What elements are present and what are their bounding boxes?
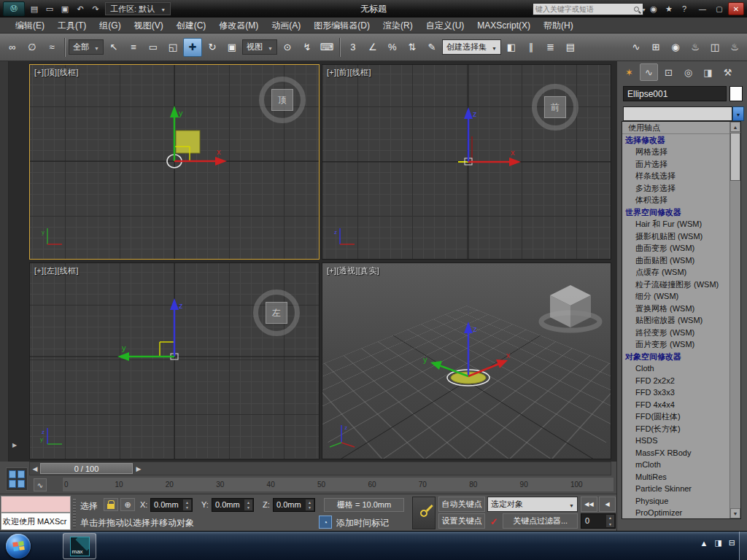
menu-item[interactable]: MAXScript(X): [471, 18, 537, 34]
angle-snap-icon[interactable]: ∠: [363, 38, 382, 57]
modifier-list-item[interactable]: 体积选择: [622, 194, 729, 206]
redo-icon[interactable]: ↷: [88, 2, 103, 15]
spinner-icon[interactable]: [244, 499, 252, 510]
modifier-list-item[interactable]: HSDS: [622, 435, 729, 447]
keyboard-shortcut-override-icon[interactable]: ⌨: [317, 38, 336, 57]
render-setup-icon[interactable]: ♨: [686, 38, 705, 57]
material-editor-icon[interactable]: ◉: [666, 38, 685, 57]
minimize-button[interactable]: —: [694, 2, 711, 15]
modifier-list-item[interactable]: 路径变形 (WSM): [622, 327, 729, 339]
menu-item[interactable]: 工具(T): [51, 18, 93, 34]
workspace-dropdown[interactable]: 工作区: 默认: [105, 2, 171, 15]
scroll-down-icon[interactable]: ▼: [730, 508, 740, 518]
open-file-icon[interactable]: ▭: [42, 2, 57, 15]
y-coordinate-field[interactable]: 0.0mm: [212, 498, 254, 512]
application-menu-button[interactable]: Ⓜ: [3, 1, 25, 16]
select-and-link-icon[interactable]: ∞: [3, 38, 22, 57]
curve-editor-icon[interactable]: ∿: [627, 38, 646, 57]
reference-coordinate-dropdown[interactable]: 视图: [242, 39, 277, 55]
previous-frame-icon[interactable]: ◀: [599, 497, 616, 512]
selection-lock-toggle[interactable]: [104, 498, 118, 511]
save-file-icon[interactable]: ▣: [58, 2, 72, 15]
menu-item[interactable]: 帮助(H): [537, 18, 580, 34]
viewport-front[interactable]: z x z [+][前][线框] 前: [322, 64, 611, 260]
spinner-icon[interactable]: [306, 499, 314, 510]
view-cube[interactable]: 左: [253, 289, 300, 336]
modifier-list-item[interactable]: 样条线选择: [622, 170, 729, 182]
modifier-list-item[interactable]: mCloth: [622, 459, 729, 471]
modifier-list-item[interactable]: 摄影机贴图 (WSM): [622, 230, 729, 243]
menu-item[interactable]: 图形编辑器(D): [307, 18, 376, 34]
spinner-icon[interactable]: [183, 499, 191, 510]
current-frame-field[interactable]: 0: [581, 513, 616, 529]
spinner-snap-icon[interactable]: ⇅: [403, 38, 422, 57]
modifier-list-item[interactable]: Cloth: [622, 362, 729, 375]
view-cube-face[interactable]: 前: [544, 96, 566, 118]
search-input[interactable]: [535, 5, 632, 13]
go-to-start-icon[interactable]: ◀◀: [581, 497, 597, 512]
modifier-list-combobox[interactable]: [623, 106, 732, 121]
modifier-list-item[interactable]: 面片变形 (WSM): [622, 338, 729, 351]
time-slider[interactable]: ◀ 0 / 100 ▶: [29, 462, 611, 475]
modifier-list-item[interactable]: FFD 3x3x3: [622, 386, 729, 399]
menu-item[interactable]: 视图(V): [128, 18, 170, 34]
menu-item[interactable]: 动画(A): [265, 18, 307, 34]
rendered-frame-icon[interactable]: ◫: [705, 38, 724, 57]
scrollbar[interactable]: ▲ ▼: [729, 122, 740, 518]
modifier-list-item[interactable]: Physique: [622, 495, 729, 508]
named-selection-set-dropdown[interactable]: 创建选择集: [442, 39, 501, 55]
layer-manager-icon[interactable]: ≣: [541, 38, 560, 57]
set-key-button[interactable]: 设置关键点: [438, 513, 485, 529]
start-button[interactable]: [6, 534, 31, 559]
add-time-tag-button[interactable]: 添加时间标记: [336, 517, 389, 529]
listener-splitter[interactable]: [73, 499, 76, 528]
view-cube-face[interactable]: 顶: [271, 89, 293, 111]
modifier-list-item[interactable]: 网格选择: [622, 146, 729, 158]
modifier-list-item[interactable]: 粒子流碰撞图形 (WSM): [622, 279, 729, 291]
favorites-icon[interactable]: ★: [662, 2, 676, 15]
viewport-layout-icon[interactable]: [6, 467, 28, 491]
select-and-rotate-icon[interactable]: ↻: [203, 38, 222, 57]
object-name-field[interactable]: Ellipse001: [623, 86, 727, 101]
undo-icon[interactable]: ↶: [73, 2, 88, 15]
network-icon[interactable]: ◨: [714, 538, 721, 548]
align-icon[interactable]: ∥: [522, 38, 541, 57]
viewport-left[interactable]: z y y z [+][左][线框] 左: [29, 262, 320, 459]
rectangular-selection-region-icon[interactable]: ▭: [144, 38, 163, 57]
use-pivot-point-icon[interactable]: ⊙: [278, 38, 297, 57]
z-coordinate-field[interactable]: 0.0mm: [273, 498, 315, 512]
modify-tab-icon[interactable]: ∿: [640, 63, 658, 81]
help-icon[interactable]: ?: [677, 2, 692, 15]
modifier-list-item[interactable]: 世界空间修改器: [622, 206, 729, 219]
x-coordinate-field[interactable]: 0.0mm: [150, 498, 193, 512]
graphite-ribbon-icon[interactable]: ▤: [561, 38, 580, 57]
viewport-perspective[interactable]: z y x z [+][透视][真实]: [322, 262, 611, 459]
modifier-list-item[interactable]: 面片选择: [622, 158, 729, 171]
select-and-scale-icon[interactable]: ▣: [222, 38, 241, 57]
menu-item[interactable]: 修改器(M): [212, 18, 265, 34]
utilities-tab-icon[interactable]: ⚒: [719, 63, 737, 81]
unlink-selection-icon[interactable]: ∅: [23, 38, 42, 57]
window-crossing-icon[interactable]: ◱: [163, 38, 182, 57]
view-cube[interactable]: 前: [532, 84, 578, 131]
modifier-list-item[interactable]: FFD(长方体): [622, 423, 729, 435]
viewport-top[interactable]: y x y [+][顶][线框] 顶: [29, 64, 320, 260]
modifier-list-item[interactable]: 曲面贴图 (WSM): [622, 254, 729, 267]
select-object-icon[interactable]: ↖: [104, 38, 123, 57]
viewport-label[interactable]: [+][顶][线框]: [34, 67, 79, 78]
maxscript-mini-listener-pink[interactable]: [1, 496, 71, 513]
modifier-list-item[interactable]: 置换网格 (WSM): [622, 303, 729, 315]
select-and-move-icon[interactable]: ✚: [183, 38, 202, 57]
spinner-icon[interactable]: [606, 515, 614, 527]
show-hidden-icons-icon[interactable]: ▲: [700, 539, 708, 548]
new-scene-icon[interactable]: ▤: [27, 2, 42, 15]
absolute-mode-transform-icon[interactable]: ⊕: [120, 498, 135, 511]
percent-snap-icon[interactable]: %: [383, 38, 402, 57]
modifier-list-item[interactable]: 使用轴点: [622, 122, 729, 134]
viewport-label[interactable]: [+][透视][真实]: [327, 265, 379, 276]
render-production-icon[interactable]: ♨: [725, 38, 744, 57]
modifier-list-item[interactable]: MultiRes: [622, 471, 729, 483]
modifier-list-item[interactable]: FFD 4x4x4: [622, 399, 729, 411]
modifier-list-item[interactable]: 多边形选择: [622, 182, 729, 195]
select-by-name-icon[interactable]: ≡: [124, 38, 143, 57]
